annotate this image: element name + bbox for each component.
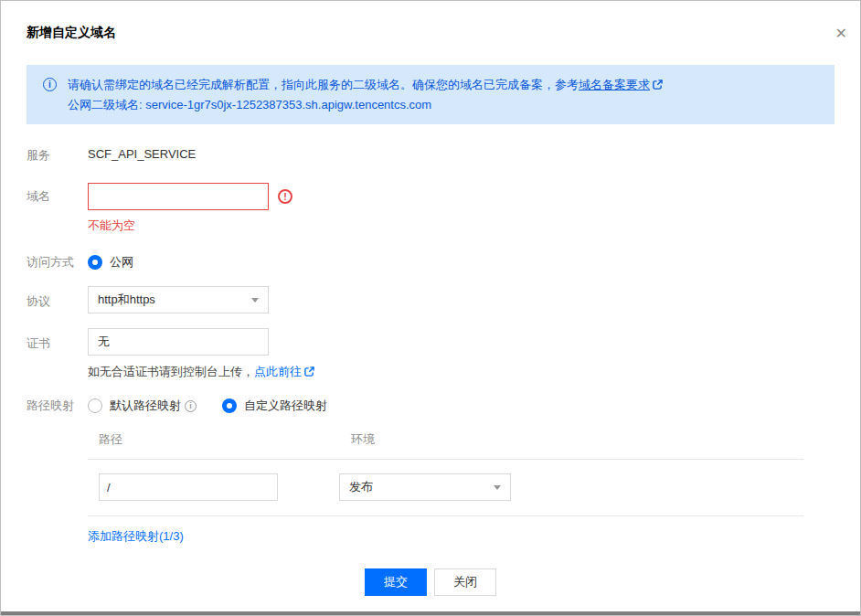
certificate-helper: 如无合适证书请到控制台上传，点此前往	[88, 364, 834, 380]
info-banner: i 请确认需绑定的域名已经完成解析配置，指向此服务的二级域名。确保您的域名已完成…	[27, 65, 834, 124]
page-title: 新增自定义域名	[27, 1, 834, 41]
upload-certificate-link[interactable]: 点此前往	[254, 365, 302, 378]
info-icon: i	[43, 78, 57, 91]
default-path-mapping-label: 默认路径映射	[110, 398, 181, 414]
path-cell	[88, 473, 339, 501]
table-row: 发布	[88, 460, 803, 516]
certificate-select[interactable]: 无	[88, 328, 269, 356]
domain-input[interactable]	[88, 183, 269, 210]
environment-select[interactable]: 发布	[339, 473, 511, 501]
path-mapping-label: 路径映射	[27, 398, 88, 414]
environment-column-header: 环境	[339, 431, 375, 448]
certificate-label: 证书	[27, 328, 88, 352]
domain-error-text: 不能为空	[88, 218, 834, 234]
external-link-icon[interactable]	[304, 366, 314, 379]
close-button[interactable]: 关闭	[434, 568, 496, 596]
banner-line1-text: 请确认需绑定的域名已经完成解析配置，指向此服务的二级域名。确保您的域名已完成备案…	[68, 78, 579, 91]
access-public-label: 公网	[110, 254, 133, 271]
chevron-down-icon	[494, 485, 501, 490]
certificate-helper-text: 如无合适证书请到控制台上传，	[88, 365, 254, 378]
path-input[interactable]	[99, 473, 278, 501]
service-label: 服务	[27, 147, 88, 164]
path-column-header: 路径	[88, 431, 339, 448]
radio-unselected-icon	[88, 398, 102, 413]
info-icon[interactable]: i	[185, 400, 197, 412]
protocol-label: 协议	[27, 286, 88, 310]
banner-line1: 请确认需绑定的域名已经完成解析配置，指向此服务的二级域名。确保您的域名已完成备案…	[68, 75, 663, 95]
protocol-select[interactable]: http和https	[88, 286, 269, 313]
radio-selected-icon	[222, 398, 237, 413]
table-header-row: 路径 环境	[88, 431, 803, 460]
protocol-value: http和https	[98, 292, 155, 308]
window-bottom-edge	[1, 611, 860, 615]
environment-value: 发布	[349, 479, 373, 495]
environment-cell: 发布	[339, 473, 511, 501]
custom-path-mapping-label: 自定义路径映射	[244, 398, 327, 414]
banner-line2: 公网二级域名: service-1gr7s0jx-1252387353.sh.a…	[68, 95, 663, 114]
access-mode-label: 访问方式	[27, 254, 88, 271]
certificate-value: 无	[98, 334, 110, 350]
chevron-down-icon	[251, 298, 259, 303]
access-public-radio[interactable]: 公网	[88, 254, 133, 271]
add-custom-domain-dialog: 新增自定义域名 ✕ i 请确认需绑定的域名已经完成解析配置，指向此服务的二级域名…	[1, 1, 860, 596]
add-path-mapping-link[interactable]: 添加路径映射(1/3)	[88, 528, 184, 545]
dialog-footer: 提交 关闭	[27, 568, 834, 596]
external-link-icon[interactable]	[653, 76, 663, 95]
domain-filing-requirements-link[interactable]: 域名备案要求	[579, 78, 650, 91]
service-value: SCF_API_SERVICE	[88, 147, 196, 161]
submit-button[interactable]: 提交	[365, 568, 427, 596]
domain-label: 域名	[27, 188, 88, 205]
info-banner-text: 请确认需绑定的域名已经完成解析配置，指向此服务的二级域名。确保您的域名已完成备案…	[68, 75, 663, 114]
radio-selected-icon	[88, 255, 102, 270]
default-path-mapping-radio[interactable]: 默认路径映射 i	[88, 398, 197, 414]
error-icon: !	[278, 189, 292, 204]
close-icon[interactable]: ✕	[835, 27, 847, 41]
custom-path-mapping-radio[interactable]: 自定义路径映射	[222, 398, 327, 414]
path-mapping-table: 路径 环境 发布	[88, 431, 803, 516]
